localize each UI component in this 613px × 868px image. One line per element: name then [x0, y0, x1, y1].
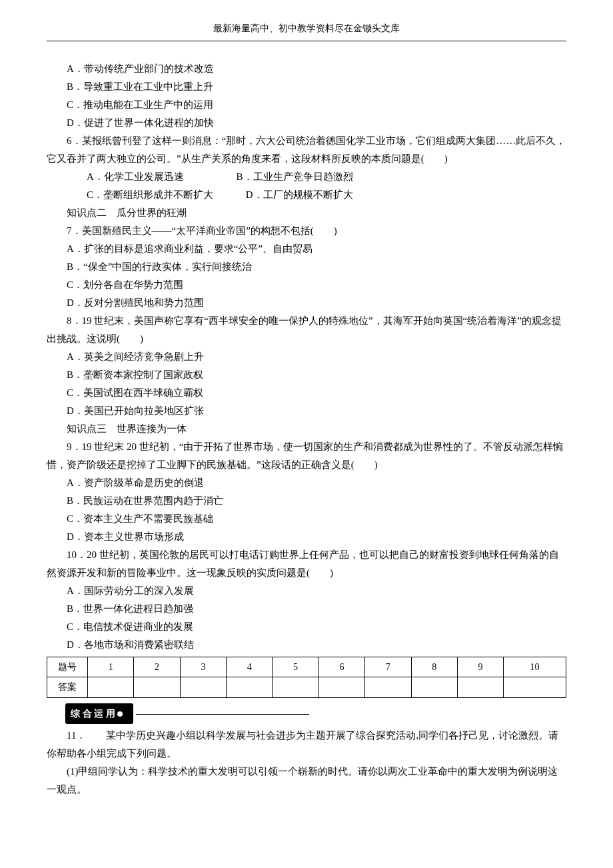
q8-stem: 8．19 世纪末，美国声称它享有“西半球安全的唯一保护人的特殊地位”，其海军开始… [47, 312, 566, 348]
answer-cell [88, 677, 134, 697]
q9-stem: 9．19 世纪末 20 世纪初，“由于开拓了世界市场，使一切国家的生产和消费都成… [47, 438, 566, 474]
q8-option-b: B．垄断资本家控制了国家政权 [47, 366, 566, 384]
row-label-answer: 答案 [47, 677, 88, 697]
divider-line [136, 714, 309, 715]
col-6: 6 [318, 657, 364, 677]
page-header: 最新海量高中、初中教学资料尽在金锄头文库 [47, 20, 566, 41]
col-4: 4 [227, 657, 273, 677]
col-1: 1 [88, 657, 134, 677]
q5-option-c: C．推动电能在工业生产中的运用 [47, 96, 566, 114]
section-tag: 综 合 运 用 [65, 703, 133, 724]
q9-option-d: D．资本主义世界市场形成 [47, 528, 566, 546]
q9-option-a: A．资产阶级革命是历史的倒退 [47, 474, 566, 492]
answer-cell [504, 677, 566, 697]
dot-icon [117, 711, 123, 717]
col-9: 9 [457, 657, 503, 677]
col-10: 10 [504, 657, 566, 677]
q6-option-a: A．化学工业发展迅速 [67, 168, 184, 186]
q5-option-b: B．导致重工业在工业中比重上升 [47, 78, 566, 96]
answer-cell [273, 677, 318, 697]
col-5: 5 [273, 657, 318, 677]
knowledge-point-2: 知识点二 瓜分世界的狂潮 [47, 204, 566, 222]
answer-grid: 题号 1 2 3 4 5 6 7 8 9 10 答案 [47, 657, 566, 697]
section-tag-wrap: 综 合 运 用 [47, 698, 566, 727]
q6-option-c: C．垄断组织形成并不断扩大 [67, 186, 213, 204]
answer-cell [457, 677, 503, 697]
q8-option-d: D．美国已开始向拉美地区扩张 [47, 402, 566, 420]
q6-option-b: B．工业生产竞争日趋激烈 [217, 168, 353, 186]
q5-option-d: D．促进了世界一体化进程的加快 [47, 114, 566, 132]
col-3: 3 [180, 657, 226, 677]
q7-option-c: C．划分各自在华势力范围 [47, 276, 566, 294]
q10-stem: 10．20 世纪初，英国伦敦的居民可以打电话订购世界上任何产品，也可以把自己的财… [47, 546, 566, 582]
answer-cell [411, 677, 457, 697]
q6-options-ab: A．化学工业发展迅速 B．工业生产竞争日趋激烈 [47, 168, 566, 186]
q7-stem: 7．美国新殖民主义——“太平洋商业帝国”的构想不包括( ) [47, 222, 566, 240]
q7-option-d: D．反对分割殖民地和势力范围 [47, 294, 566, 312]
col-2: 2 [134, 657, 180, 677]
answer-cell [318, 677, 364, 697]
q6-options-cd: C．垄断组织形成并不断扩大 D．工厂的规模不断扩大 [47, 186, 566, 204]
table-row: 答案 [47, 677, 566, 697]
q8-option-a: A．英美之间经济竞争急剧上升 [47, 348, 566, 366]
answer-cell [180, 677, 226, 697]
table-row: 题号 1 2 3 4 5 6 7 8 9 10 [47, 657, 566, 677]
q8-option-c: C．美国试图在西半球确立霸权 [47, 384, 566, 402]
answer-cell [134, 677, 180, 697]
q10-option-b: B．世界一体化进程日趋加强 [47, 600, 566, 618]
answer-cell [365, 677, 411, 697]
q7-option-a: A．扩张的目标是追求商业利益，要求“公平”、自由贸易 [47, 240, 566, 258]
col-7: 7 [365, 657, 411, 677]
q6-option-d: D．工厂的规模不断扩大 [226, 186, 353, 204]
col-8: 8 [411, 657, 457, 677]
q10-option-d: D．各地市场和消费紧密联结 [47, 636, 566, 654]
section-tag-label: 综 合 运 用 [71, 709, 115, 719]
q10-option-a: A．国际劳动分工的深入发展 [47, 582, 566, 600]
row-label-number: 题号 [47, 657, 88, 677]
q7-option-b: B．“保全”中国的行政实体，实行间接统治 [47, 258, 566, 276]
q11-sub1: (1)甲组同学认为：科学技术的重大发明可以引领一个崭新的时代。请你以两次工业革命… [47, 763, 566, 799]
q10-option-c: C．电信技术促进商业的发展 [47, 618, 566, 636]
q6-stem: 6．某报纸曾刊登了这样一则消息：“那时，六大公司统治着德国化学工业市场，它们组成… [47, 132, 566, 168]
answer-cell [227, 677, 273, 697]
q9-option-c: C．资本主义生产不需要民族基础 [47, 510, 566, 528]
knowledge-point-3: 知识点三 世界连接为一体 [47, 420, 566, 438]
q9-option-b: B．民族运动在世界范围内趋于消亡 [47, 492, 566, 510]
q5-option-a: A．带动传统产业部门的技术改造 [47, 60, 566, 78]
q11-stem: 11． 某中学历史兴趣小组以科学发展与社会进步为主题开展了综合探究活动,同学们各… [47, 727, 566, 763]
